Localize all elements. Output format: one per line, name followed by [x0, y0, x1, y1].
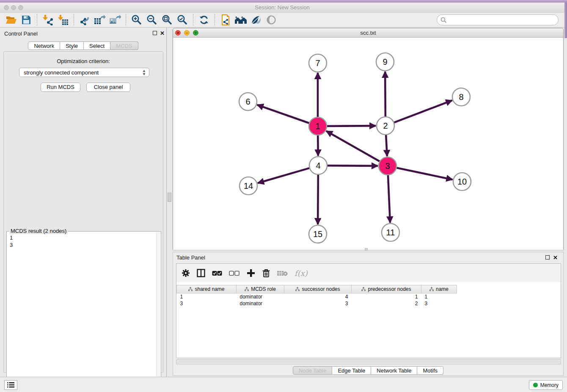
import-network-icon[interactable]	[40, 14, 55, 26]
graph-edge-1-2[interactable]	[327, 126, 376, 126]
network-window-resize-handle[interactable]	[365, 248, 368, 251]
tab-style[interactable]: Style	[60, 41, 84, 50]
tab-edge-table[interactable]: Edge Table	[332, 366, 371, 375]
control-panel-tabs: Network Style Select MCDS	[0, 41, 166, 50]
graph-edge-4-14[interactable]	[258, 168, 310, 183]
control-panel: Control Panel ✕ Network Style Select MCD…	[0, 28, 167, 377]
frame-minimize-icon[interactable]: −	[184, 30, 190, 36]
tab-network-table[interactable]: Network Table	[371, 366, 417, 375]
export-network-icon[interactable]	[77, 14, 92, 26]
zoom-out-icon[interactable]	[144, 14, 160, 26]
delete-table-icon[interactable]	[277, 270, 288, 276]
select-all-icon[interactable]	[212, 271, 222, 276]
graph-edge-3-11[interactable]	[388, 175, 390, 223]
float-table-panel-icon[interactable]	[545, 255, 550, 259]
close-panel-button[interactable]: Close panel	[86, 83, 130, 92]
close-panel-icon[interactable]: ✕	[160, 31, 165, 36]
window-zoom-button[interactable]	[18, 5, 23, 10]
column-header-name[interactable]: name	[421, 285, 457, 293]
zoom-selected-icon[interactable]	[175, 14, 190, 26]
column-view-icon[interactable]	[197, 269, 205, 277]
add-column-icon[interactable]	[247, 269, 255, 277]
desktop-background-edge	[564, 3, 567, 38]
graph-edge-2-9[interactable]	[385, 72, 385, 117]
tab-node-table[interactable]: Node Table	[293, 366, 333, 375]
export-image-icon[interactable]	[107, 14, 123, 26]
zoom-in-icon[interactable]	[129, 14, 144, 26]
run-mcds-button[interactable]: Run MCDS	[41, 83, 80, 92]
select-stepper-icon: ▲▼	[142, 69, 146, 76]
table-cell[interactable]: 4	[284, 293, 352, 300]
toolbar-separator	[37, 14, 37, 26]
graph-edge-1-6[interactable]	[257, 105, 309, 123]
search-input[interactable]	[447, 17, 548, 23]
table-cell[interactable]: dominator	[237, 293, 284, 300]
eye-icon[interactable]	[264, 14, 279, 26]
result-scrollbar[interactable]	[156, 232, 160, 392]
table-row[interactable]: 3dominator323	[177, 300, 559, 307]
column-header-successor-nodes[interactable]: successor nodes	[284, 285, 352, 293]
table-cell[interactable]: 1	[177, 293, 237, 300]
tab-motifs[interactable]: Motifs	[417, 366, 443, 375]
graph-edge-3-1[interactable]	[326, 131, 380, 161]
criterion-selected-value: strongly connected component	[24, 69, 99, 76]
criterion-select[interactable]: strongly connected component ▲▼	[19, 68, 149, 77]
frame-maximize-icon[interactable]: +	[193, 30, 198, 36]
function-builder-icon[interactable]: f(x)	[295, 269, 308, 278]
frame-close-icon[interactable]: ✕	[175, 30, 181, 36]
attribute-type-icon	[361, 287, 366, 291]
graph-edge-2-8[interactable]	[394, 100, 452, 122]
graph-edge-1-4[interactable]	[318, 135, 318, 156]
network-graph[interactable]: 7968124314101511	[173, 38, 563, 250]
graph-node-label-3: 3	[385, 161, 390, 171]
memory-status-icon	[533, 383, 538, 387]
toolbar-separator	[215, 14, 215, 26]
close-table-panel-icon[interactable]: ✕	[553, 256, 558, 260]
table-cell[interactable]: dominator	[237, 300, 284, 307]
table-cell[interactable]: 3	[284, 300, 352, 307]
task-history-button[interactable]	[4, 380, 17, 390]
table-row[interactable]: 1dominator411	[177, 293, 559, 300]
mcds-result-text[interactable]: 1 3	[7, 234, 156, 392]
copy-network-icon[interactable]	[218, 14, 233, 26]
deselect-all-icon[interactable]	[229, 271, 240, 276]
tab-select[interactable]: Select	[84, 41, 110, 50]
import-table-icon[interactable]	[55, 14, 71, 26]
search-icon	[440, 17, 447, 23]
network-canvas[interactable]: 7968124314101511	[173, 38, 563, 250]
table-cell[interactable]: 3	[177, 300, 237, 307]
graph-edge-3-10[interactable]	[396, 168, 453, 179]
attribute-type-icon	[429, 287, 434, 291]
refresh-icon[interactable]	[196, 14, 212, 26]
delete-icon[interactable]	[262, 269, 270, 278]
export-table-icon[interactable]	[92, 14, 107, 26]
tab-mcds[interactable]: MCDS	[110, 41, 138, 50]
save-icon[interactable]	[19, 14, 34, 26]
column-header-predecessor-nodes[interactable]: predecessor nodes	[352, 285, 421, 293]
graph-edge-2-3[interactable]	[386, 135, 387, 156]
table-cell[interactable]: 2	[352, 300, 421, 307]
table-cell[interactable]: 3	[421, 300, 457, 307]
table-cell[interactable]: 1	[421, 293, 457, 300]
window-close-button[interactable]	[4, 5, 9, 10]
table-tabs: Node Table Edge Table Network Table Moti…	[173, 366, 563, 375]
open-folder-icon[interactable]	[3, 14, 19, 26]
zoom-fit-icon[interactable]	[160, 14, 175, 26]
table-horizontal-scrollbar[interactable]	[176, 359, 561, 364]
graph-edge-4-3[interactable]	[327, 166, 378, 166]
panel-splitter-handle[interactable]	[168, 193, 171, 202]
network-window-titlebar[interactable]: ✕ − + scc.txt	[173, 28, 563, 38]
table-cell[interactable]: 1	[352, 293, 421, 300]
home-icon[interactable]	[233, 14, 248, 26]
gear-icon[interactable]	[182, 269, 190, 277]
graph-edge-4-15[interactable]	[318, 174, 318, 224]
memory-button[interactable]: Memory	[529, 380, 563, 390]
float-panel-icon[interactable]	[153, 31, 157, 35]
tab-network[interactable]: Network	[28, 41, 60, 50]
graph-node-label-6: 6	[245, 97, 250, 106]
control-panel-title: Control Panel	[4, 30, 38, 37]
window-minimize-button[interactable]	[11, 5, 16, 10]
column-header-shared-name[interactable]: shared name	[177, 285, 237, 293]
column-header-MCDS-role[interactable]: MCDS role	[237, 285, 284, 293]
visual-properties-icon[interactable]	[248, 14, 264, 26]
